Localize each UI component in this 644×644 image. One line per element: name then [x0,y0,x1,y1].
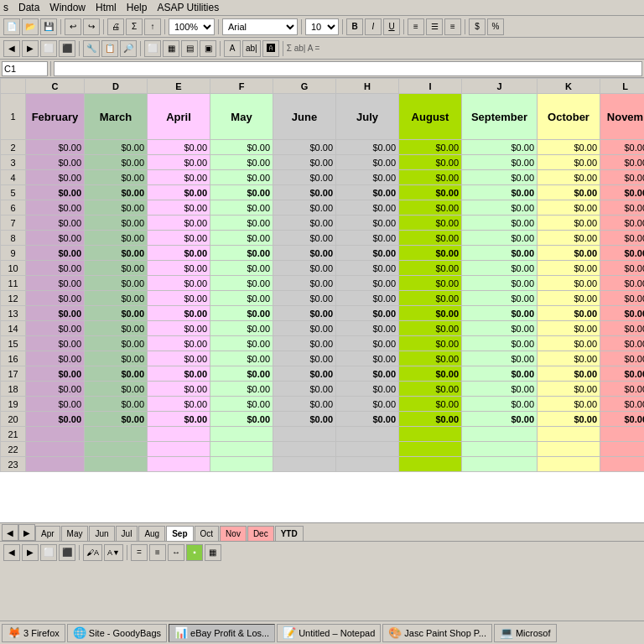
empty-cell-1-7[interactable] [462,442,538,457]
cell-r4-c1[interactable]: $0.00 [85,170,148,185]
cell-r17-c3[interactable]: $0.00 [210,366,273,382]
cell-r2-c1[interactable]: $0.00 [85,140,148,155]
formula-input[interactable] [54,61,642,76]
menu-window[interactable]: Window [49,2,86,13]
sum-button[interactable]: Σ [126,18,143,35]
fontsize-select[interactable]: 10 [305,18,339,35]
taskbar-ebay[interactable]: 📊 eBay Profit & Los... [169,624,275,642]
cell-r6-c5[interactable]: $0.00 [336,200,399,216]
cell-r4-c2[interactable]: $0.00 [148,170,210,185]
nav-green-btn[interactable]: ▪ [186,544,203,561]
cell-r16-c6[interactable]: $0.00 [399,351,462,366]
nav-btn-extra[interactable]: ↔ [168,544,184,561]
tb2-btn9[interactable]: ▦ [163,40,179,57]
empty-cell-2-5[interactable] [336,457,399,472]
cell-r20-c8[interactable]: $0.00 [538,412,600,427]
cell-r9-c8[interactable]: $0.00 [538,246,600,261]
empty-cell-0-2[interactable] [148,427,210,442]
empty-cell-0-1[interactable] [85,427,148,442]
cell-r6-c1[interactable]: $0.00 [85,200,148,216]
redo-button[interactable]: ↪ [83,18,100,35]
empty-cell-1-8[interactable] [538,442,600,457]
cell-r19-c3[interactable]: $0.00 [210,397,273,412]
cell-r11-c9[interactable]: $0.00 [600,276,645,291]
cell-r15-c8[interactable]: $0.00 [538,336,600,351]
cell-r10-c9[interactable]: $0.00 [600,261,645,276]
cell-r3-c9[interactable]: $0.00 [600,155,645,170]
cell-r13-c2[interactable]: $0.00 [148,306,210,321]
cell-r15-c7[interactable]: $0.00 [462,336,538,351]
empty-cell-0-6[interactable] [399,427,462,442]
cell-r20-c4[interactable]: $0.00 [273,412,336,427]
cell-r12-c3[interactable]: $0.00 [210,291,273,306]
cell-r15-c1[interactable]: $0.00 [85,336,148,351]
italic-button[interactable]: I [365,18,382,35]
empty-cell-1-0[interactable] [26,442,85,457]
col-header-f[interactable]: F [210,79,273,94]
cell-r14-c8[interactable]: $0.00 [538,321,600,336]
sheet-tab-apr[interactable]: Apr [35,526,60,541]
taskbar-firefox[interactable]: 🦊 3 Firefox [2,624,65,642]
menu-asap[interactable]: ASAP Utilities [157,2,219,13]
cell-r7-c0[interactable]: $0.00 [26,216,85,231]
sort-asc-button[interactable]: ↑ [144,18,161,35]
cell-r16-c2[interactable]: $0.00 [148,351,210,366]
empty-cell-1-4[interactable] [273,442,336,457]
cell-r2-c9[interactable]: $0.00 [600,140,645,155]
sheet-tab-dec[interactable]: Dec [247,526,274,541]
cell-r18-c5[interactable]: $0.00 [336,382,399,397]
underline-button[interactable]: U [383,18,400,35]
empty-cell-2-7[interactable] [462,457,538,472]
month-cell-september[interactable]: September [462,94,538,140]
sheet-tab-ytd[interactable]: YTD [275,526,304,541]
cell-r7-c5[interactable]: $0.00 [336,216,399,231]
cell-r4-c5[interactable]: $0.00 [336,170,399,185]
cell-r3-c1[interactable]: $0.00 [85,155,148,170]
cell-r8-c4[interactable]: $0.00 [273,231,336,246]
cell-r5-c1[interactable]: $0.00 [85,185,148,200]
cell-r19-c7[interactable]: $0.00 [462,397,538,412]
cell-r17-c5[interactable]: $0.00 [336,366,399,382]
empty-cell-0-7[interactable] [462,427,538,442]
cell-r13-c3[interactable]: $0.00 [210,306,273,321]
cell-r3-c2[interactable]: $0.00 [148,155,210,170]
empty-cell-2-9[interactable] [600,457,645,472]
cell-r18-c6[interactable]: $0.00 [399,382,462,397]
cell-r5-c4[interactable]: $0.00 [273,185,336,200]
cell-r6-c3[interactable]: $0.00 [210,200,273,216]
cell-r7-c8[interactable]: $0.00 [538,216,600,231]
taskbar-goodybags[interactable]: 🌐 Site - GoodyBags [67,624,167,642]
cell-r5-c6[interactable]: $0.00 [399,185,462,200]
tab-scroll-right[interactable]: ▶ [18,524,35,541]
month-cell-july[interactable]: July [336,94,399,140]
cell-r19-c2[interactable]: $0.00 [148,397,210,412]
cell-r16-c5[interactable]: $0.00 [336,351,399,366]
cell-r12-c2[interactable]: $0.00 [148,291,210,306]
cell-r17-c8[interactable]: $0.00 [538,366,600,382]
cell-r5-c5[interactable]: $0.00 [336,185,399,200]
month-cell-november[interactable]: Novem [600,94,645,140]
cell-r9-c0[interactable]: $0.00 [26,246,85,261]
cell-r10-c1[interactable]: $0.00 [85,261,148,276]
cell-r15-c0[interactable]: $0.00 [26,336,85,351]
tb2-btn4[interactable]: ⬛ [59,40,75,57]
name-box[interactable] [2,61,48,76]
sheet-tab-jul[interactable]: Jul [116,526,138,541]
bold-button[interactable]: B [346,18,363,35]
month-cell-march[interactable]: March [85,94,148,140]
sheet-tab-nov[interactable]: Nov [220,526,247,541]
cell-r11-c8[interactable]: $0.00 [538,276,600,291]
save-button[interactable]: 💾 [40,18,57,35]
zoom-select[interactable]: 100% [169,18,215,35]
empty-cell-0-3[interactable] [210,427,273,442]
cell-r10-c5[interactable]: $0.00 [336,261,399,276]
nav-font-color[interactable]: A▼ [104,544,123,561]
cell-r14-c1[interactable]: $0.00 [85,321,148,336]
cell-r10-c0[interactable]: $0.00 [26,261,85,276]
cell-r19-c1[interactable]: $0.00 [85,397,148,412]
cell-r14-c9[interactable]: $0.00 [600,321,645,336]
cell-r7-c3[interactable]: $0.00 [210,216,273,231]
tb2-btn1[interactable]: ◀ [3,40,20,57]
empty-cell-2-3[interactable] [210,457,273,472]
col-header-g[interactable]: G [273,79,336,94]
